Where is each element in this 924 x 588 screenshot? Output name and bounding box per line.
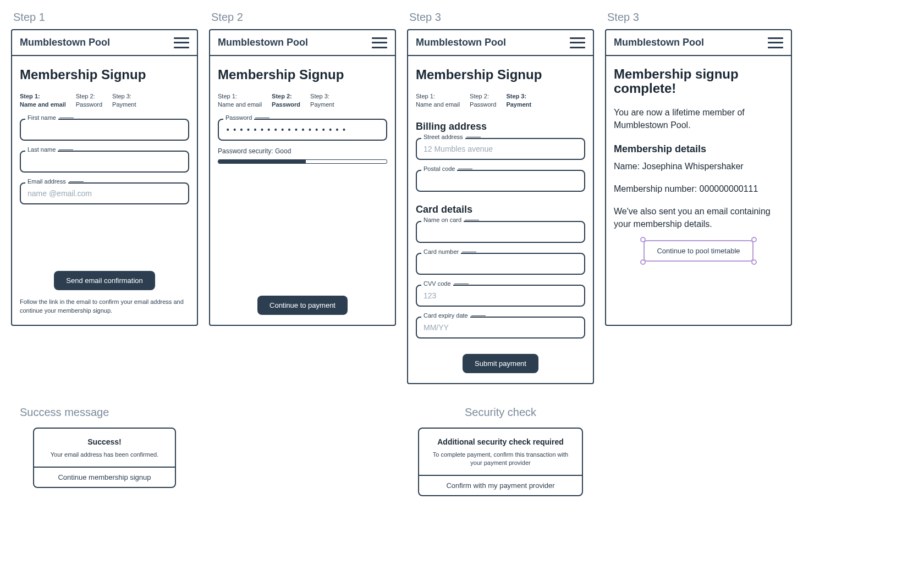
security-check-dialog: Additional security check required To co… xyxy=(418,428,583,497)
continue-to-payment-button[interactable]: Continue to payment xyxy=(257,296,348,315)
expiry-label: Card expiry date xyxy=(421,312,470,319)
email-field: Email address xyxy=(20,182,189,204)
postal-input[interactable] xyxy=(416,170,585,192)
hamburger-menu-icon[interactable] xyxy=(174,37,189,48)
complete-intro: You are now a lifetime member of Mumbles… xyxy=(614,106,783,131)
success-text: Your email address has been confirmed. xyxy=(42,451,167,459)
stepper-step-1: Step 1:Name and email xyxy=(218,92,262,109)
app-title: Mumblestown Pool xyxy=(416,37,506,48)
wireframe-label-step3: Step 3 xyxy=(409,11,594,24)
password-label: Password xyxy=(223,114,254,121)
stepper: Step 1:Name and email Step 2:Password St… xyxy=(416,92,585,109)
cvv-input[interactable] xyxy=(416,285,585,307)
card-number-label: Card number xyxy=(421,248,461,255)
hamburger-menu-icon[interactable] xyxy=(372,37,387,48)
security-title: Additional security check required xyxy=(427,437,574,446)
topbar: Mumblestown Pool xyxy=(12,30,197,56)
email-input[interactable] xyxy=(20,182,189,204)
password-strength-fill xyxy=(218,160,306,163)
stepper-step-2: Step 2:Password xyxy=(470,92,496,109)
first-name-input[interactable] xyxy=(20,119,189,141)
stepper-step-2: Step 2:Password xyxy=(272,92,300,109)
card-number-input[interactable] xyxy=(416,253,585,275)
security-text: To complete payment, confirm this transa… xyxy=(427,451,574,468)
success-message-dialog: Success! Your email address has been con… xyxy=(33,428,176,488)
cvv-field: CVV code xyxy=(416,285,585,307)
phone-complete: Mumblestown Pool Membership signup compl… xyxy=(605,29,792,326)
success-title: Success! xyxy=(42,437,167,446)
cvv-label: CVV code xyxy=(421,280,453,287)
street-label: Street address xyxy=(421,134,465,140)
topbar: Mumblestown Pool xyxy=(210,30,395,56)
page-title: Membership Signup xyxy=(416,67,585,82)
page-title: Membership Signup xyxy=(20,67,189,82)
first-name-field: First name xyxy=(20,119,189,141)
topbar: Mumblestown Pool xyxy=(408,30,593,56)
password-strength-text: Password security: Good xyxy=(218,147,387,155)
postal-label: Postal code xyxy=(421,165,457,172)
wireframe-label-step2: Step 2 xyxy=(211,11,396,24)
wireframe-label-complete: Step 3 xyxy=(607,11,792,24)
stepper-step-2: Step 2:Password xyxy=(76,92,102,109)
confirm-with-provider-button[interactable]: Confirm with my payment provider xyxy=(419,475,582,495)
last-name-field: Last name xyxy=(20,151,189,173)
wireframe-label-security: Security check xyxy=(465,406,536,419)
password-field: Password xyxy=(218,119,387,141)
phone-step3: Mumblestown Pool Membership Signup Step … xyxy=(407,29,594,384)
phone-step1: Mumblestown Pool Membership Signup Step … xyxy=(11,29,198,326)
send-email-confirmation-button[interactable]: Send email confirmation xyxy=(54,271,155,290)
last-name-input[interactable] xyxy=(20,151,189,173)
name-on-card-input[interactable] xyxy=(416,221,585,243)
topbar: Mumblestown Pool xyxy=(606,30,791,56)
password-strength-bar xyxy=(218,159,387,164)
billing-section-title: Billing address xyxy=(416,121,585,132)
name-on-card-label: Name on card xyxy=(421,217,464,223)
member-number: Membership number: 000000000111 xyxy=(614,183,783,195)
member-name: Name: Josephina Whispershaker xyxy=(614,160,783,173)
page-title: Membership Signup xyxy=(218,67,387,82)
submit-payment-button[interactable]: Submit payment xyxy=(463,354,538,373)
stepper-step-3: Step 3:Payment xyxy=(506,92,531,109)
stepper-step-1: Step 1:Name and email xyxy=(20,92,66,109)
continue-signup-button[interactable]: Continue membership signup xyxy=(34,467,175,487)
hamburger-menu-icon[interactable] xyxy=(768,37,783,48)
card-section-title: Card details xyxy=(416,204,585,215)
app-title: Mumblestown Pool xyxy=(614,37,704,48)
stepper-step-1: Step 1:Name and email xyxy=(416,92,460,109)
name-on-card-field: Name on card xyxy=(416,221,585,243)
card-number-field: Card number xyxy=(416,253,585,275)
first-name-label: First name xyxy=(25,114,58,121)
selection-handle-icon xyxy=(640,259,646,265)
helper-text: Follow the link in the email to confirm … xyxy=(20,298,189,315)
expiry-field: Card expiry date xyxy=(416,317,585,339)
last-name-label: Last name xyxy=(25,146,58,153)
postal-field: Postal code xyxy=(416,170,585,192)
stepper: Step 1:Name and email Step 2:Password St… xyxy=(218,92,387,109)
phone-step2: Mumblestown Pool Membership Signup Step … xyxy=(209,29,396,326)
street-input[interactable] xyxy=(416,138,585,160)
email-note: We've also sent you an email containing … xyxy=(614,205,783,230)
stepper: Step 1:Name and email Step 2:Password St… xyxy=(20,92,189,109)
wireframe-label-step1: Step 1 xyxy=(13,11,198,24)
hamburger-menu-icon[interactable] xyxy=(570,37,585,48)
wireframe-label-success: Success message xyxy=(20,406,198,419)
street-field: Street address xyxy=(416,138,585,160)
app-title: Mumblestown Pool xyxy=(20,37,110,48)
selection-handle-icon xyxy=(751,237,757,242)
continue-to-timetable-button[interactable]: Continue to pool timetable xyxy=(644,240,753,262)
email-label: Email address xyxy=(25,178,68,185)
app-title: Mumblestown Pool xyxy=(218,37,308,48)
password-input[interactable] xyxy=(218,119,387,141)
stepper-step-3: Step 3:Payment xyxy=(112,92,136,109)
selection-handle-icon xyxy=(751,259,757,265)
complete-heading: Membership signup complete! xyxy=(614,67,783,96)
expiry-input[interactable] xyxy=(416,317,585,339)
details-title: Membership details xyxy=(614,143,783,155)
stepper-step-3: Step 3:Payment xyxy=(310,92,334,109)
